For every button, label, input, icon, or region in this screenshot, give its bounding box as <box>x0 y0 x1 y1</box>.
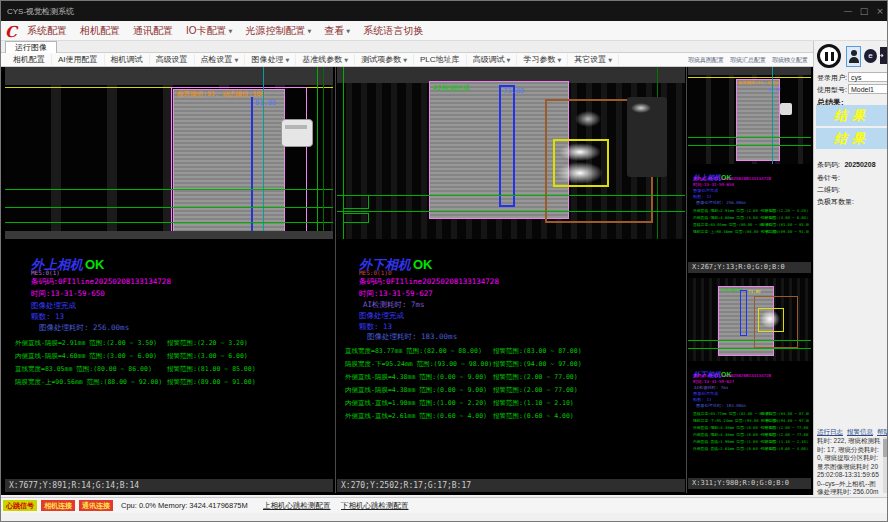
toolbar-learning-params[interactable]: 学习参数▼ <box>517 54 568 65</box>
tab-strip <box>1 41 813 53</box>
pause-button[interactable] <box>817 44 841 68</box>
thumb-header-item-3[interactable]: 瑕疵独立配置 <box>772 56 808 65</box>
log-scrollbar[interactable] <box>883 437 888 493</box>
toolbar-item-label: 基准线参数 <box>302 54 342 65</box>
chevron-down-icon: ▼ <box>403 57 407 63</box>
time-text: 时间:13-31-59-627 <box>693 379 734 384</box>
scrollbar-thumb[interactable] <box>883 439 888 457</box>
left-camera-view: 外上相机OK MES:0(1) 条码码:0FI1line202502081331… <box>5 67 333 492</box>
elapsed-text: 图像处理耗时: 183.00ms <box>696 403 746 408</box>
measurement-row: 外侧直线-隔膜=4.38mm 范围:(0.00 ~ 9.00)报警范围:(2.0… <box>345 373 683 382</box>
alarm-range: 报警范围:(83.00 ~ 87.00) <box>493 347 582 356</box>
pause-icon <box>831 52 834 61</box>
chevron-down-icon: ▼ <box>557 57 561 63</box>
login-user-field[interactable]: cys <box>848 72 888 82</box>
toolbar-plc-address[interactable]: PLC地址库 <box>414 54 467 65</box>
cpu-memory-text: Cpu: 0.0% Memory: 3424.41796875M <box>121 501 248 510</box>
minimize-button[interactable]: — <box>841 4 855 18</box>
menu-item-light-config[interactable]: 光源控制配置▼ <box>245 24 311 38</box>
mes-signal-text: MES:0(1)0 <box>359 269 392 276</box>
measure-value: 内侧直线-直线=1.90mm 范围:(1.00 ~ 2.20) <box>345 399 487 408</box>
toolbar-advanced-settings[interactable]: 高级设置 <box>150 54 195 65</box>
camera-connect-badge: 相机连接 <box>41 500 75 511</box>
alarm-range: 报警范围:(94.00 ~ 97.00) <box>493 360 582 369</box>
chevron-down-icon: ▼ <box>608 57 612 63</box>
user-button[interactable] <box>846 46 861 67</box>
maximize-button[interactable]: □ <box>857 4 871 18</box>
upper-camera-heartbeat-link[interactable]: 上相机心跳检测配置 <box>263 501 331 511</box>
toolbar-other-settings[interactable]: 其它设置▼ <box>568 54 619 65</box>
measurement-row: 直线宽度=83.05mm 范围:(80.00 ~ 86.00)报警范围:(81.… <box>693 222 809 228</box>
elapsed-text: 图像处理耗时: 183.00ms <box>367 332 457 342</box>
count-text: 颗数: 13 <box>31 312 64 322</box>
toolbar-advanced-debug[interactable]: 高级调试▼ <box>467 54 518 65</box>
measurement-row: 内侧直线-隔膜=4.60mm 范围:(3.00 ~ 6.00)报警范围:(3.0… <box>693 215 809 221</box>
menu-item-label: IO卡配置 <box>186 24 227 38</box>
measurement-row: 外侧直线-直线=2.61mm 范围:(0.60 ~ 4.00)报警范围:(0.6… <box>345 412 683 421</box>
alarm-range: 报警范围:(1.10 ~ 2.10) <box>493 399 574 408</box>
measurement-row: 内侧直线-直线=1.90mm 范围:(1.00 ~ 2.20)报警范围:(1.1… <box>345 399 683 408</box>
user-icon <box>851 50 857 56</box>
menu-item-io-card-config[interactable]: IO卡配置▼ <box>186 24 232 38</box>
alarm-range: 报警范围:(2.00 ~ 77.00) <box>761 432 809 437</box>
alarm-range: 报警范围:(3.00 ~ 6.00) <box>761 215 808 220</box>
measurement-row: 直线宽度=83.77mm 范围:(82.00 ~ 88.00)报警范围:(83.… <box>693 411 809 417</box>
comm-connect-badge: 通讯连接 <box>79 500 113 511</box>
count-text: 颗数: 13 <box>693 194 711 199</box>
measurement-row: 外侧直线-隔膜=2.91mm 范围:(2.00 ~ 3.50)报警范围:(2.2… <box>693 208 809 214</box>
title-bar: CYS-视觉检测系统 — □ × <box>1 1 888 21</box>
measure-value: 直线宽度=83.05mm 范围:(80.00 ~ 86.00) <box>15 365 152 374</box>
log-tab-alarm[interactable]: 报警信息 <box>847 428 873 437</box>
barcode-text: 条码码:0FI1line20250208133134728 <box>31 277 171 287</box>
toolbar-baseline-params[interactable]: 基准线参数▼ <box>296 54 355 65</box>
e-badge-button[interactable]: e <box>864 49 877 63</box>
result-ok-badge: OK <box>413 257 433 272</box>
log-tabs: 运行日志 报警信息 帮助信息 <box>817 428 888 437</box>
measure-value: 内侧直线-隔膜=4.38mm 范围:(0.00 ~ 9.00) <box>345 386 487 395</box>
close-button[interactable]: × <box>873 4 887 18</box>
chevron-down-icon: ▼ <box>229 28 233 34</box>
tab-run-image[interactable]: 运行图像 <box>5 41 57 53</box>
toolbar-item-label: 图像处理 <box>251 54 283 65</box>
window-title: CYS-视觉检测系统 <box>7 6 74 17</box>
menu-item-view[interactable]: 查看▼ <box>324 24 350 38</box>
menu-item-camera-config[interactable]: 相机配置 <box>80 24 120 38</box>
menu-item-system-config[interactable]: 系统配置 <box>27 24 67 38</box>
menu-item-comm-config[interactable]: 通讯配置 <box>133 24 173 38</box>
model-field[interactable]: Model1 <box>848 84 888 94</box>
toolbar-item-label: 点检设置 <box>201 54 233 65</box>
toolbar-test-params[interactable]: 测试项参数▼ <box>355 54 414 65</box>
chevron-down-icon: ▼ <box>507 57 511 63</box>
log-tab-help[interactable]: 帮助信息 <box>877 428 888 437</box>
thumb-header-item-2[interactable]: 瑕疵汇总配置 <box>730 56 766 65</box>
view-divider <box>335 67 336 493</box>
barcode-value: 20250208 <box>844 161 875 168</box>
thumb-bottom-view: 外下相机OK 条码码:0FI1line20250208133134728 时间:… <box>688 278 811 489</box>
logout-button[interactable]: → <box>880 47 888 64</box>
toolbar-camera-config[interactable]: 相机配置 <box>7 54 52 65</box>
log-tab-run[interactable]: 运行日志 <box>817 428 843 437</box>
measurement-row: 隔膜宽度-下=95.24mm 范围:(93.00 ~ 98.00)报警范围:(9… <box>345 360 683 369</box>
pause-icon <box>825 52 828 61</box>
lower-camera-heartbeat-link[interactable]: 下相机心跳检测配置 <box>341 501 409 511</box>
coordinate-readout: X:7677;Y:891;R:14;G:14;B:14 <box>5 479 333 492</box>
process-done-text: 图像处理完成 <box>31 301 76 311</box>
result-indicator-bottom: 结果 <box>816 128 888 149</box>
result-ok-badge: OK <box>85 257 105 272</box>
toolbar-spot-check[interactable]: 点检设置▼ <box>195 54 246 65</box>
coordinate-readout: X:270;Y:2502;R:17;G:17;B:17 <box>337 479 685 492</box>
alarm-range: 报警范围:(89.00 ~ 91.00) <box>167 378 256 387</box>
toolbar-image-processing[interactable]: 图像处理▼ <box>245 54 296 65</box>
measure-value: 直线宽度=83.77mm 范围:(82.00 ~ 88.00) <box>345 347 482 356</box>
toolbar-ai-config[interactable]: AI使用配置 <box>52 54 105 65</box>
model-label: 使用型号: <box>817 85 847 95</box>
view-divider <box>686 67 687 493</box>
menu-item-language-switch[interactable]: 系统语言切换 <box>363 24 423 38</box>
chevron-down-icon: ▼ <box>285 57 289 63</box>
time-text: 时间:13-31-59-650 <box>31 289 105 299</box>
measure-value: 外侧直线-隔膜=4.38mm 范围:(0.00 ~ 9.00) <box>345 373 487 382</box>
thumb-header-item-1[interactable]: 瑕疵真图配置 <box>688 56 724 65</box>
coordinate-readout: X:311;Y:980;R:0;G:0;B:0 <box>688 478 811 489</box>
toolbar-camera-debug[interactable]: 相机调试 <box>105 54 150 65</box>
toolbar-item-label: 其它设置 <box>574 54 606 65</box>
